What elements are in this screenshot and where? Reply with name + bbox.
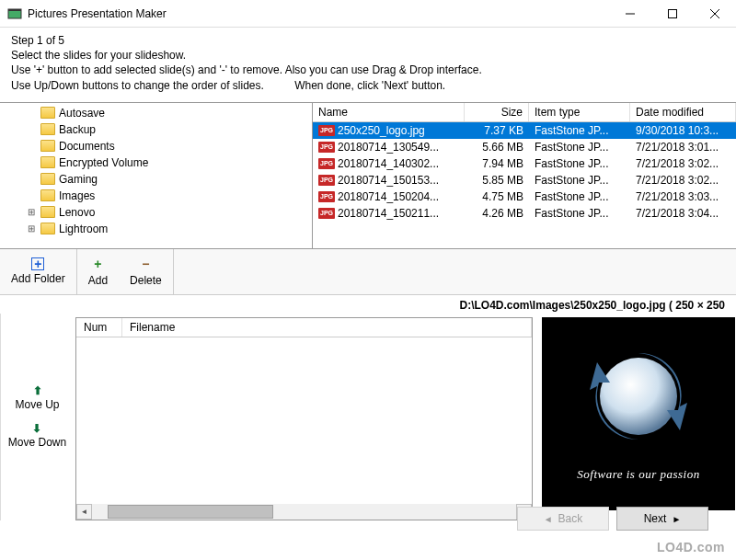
svg-rect-3 bbox=[669, 9, 677, 17]
plus-icon: + bbox=[94, 256, 101, 272]
add-button[interactable]: + Add bbox=[77, 249, 119, 294]
move-up-button[interactable]: ⬆ Move Up bbox=[15, 384, 59, 411]
file-date: 7/21/2018 3:04... bbox=[630, 207, 736, 220]
file-name: 20180714_150211... bbox=[338, 207, 439, 220]
file-type: FastStone JP... bbox=[529, 190, 630, 203]
expand-icon[interactable]: ⊞ bbox=[26, 223, 37, 234]
jpg-icon: JPG bbox=[318, 208, 335, 219]
file-size: 7.94 MB bbox=[465, 157, 529, 170]
tree-item[interactable]: Encrypted Volume bbox=[0, 154, 312, 171]
arrow-right-icon: ► bbox=[672, 514, 681, 524]
instruction-line: Use '+' button to add selected slide(s) … bbox=[11, 63, 725, 77]
folder-icon bbox=[40, 107, 55, 119]
preview-pane: Software is our passion bbox=[538, 314, 736, 520]
arrow-left-icon: ◄ bbox=[544, 514, 553, 524]
file-type: FastStone JP... bbox=[529, 174, 630, 187]
file-date: 7/21/2018 3:02... bbox=[630, 174, 736, 187]
svg-rect-1 bbox=[8, 9, 21, 11]
file-row[interactable]: JPG20180714_130549...5.66 MBFastStone JP… bbox=[313, 139, 736, 155]
add-folder-button[interactable]: + Add Folder bbox=[0, 249, 76, 294]
file-list[interactable]: Name Size Item type Date modified JPG250… bbox=[313, 103, 736, 248]
preview-tagline: Software is our passion bbox=[577, 467, 699, 482]
maximize-button[interactable] bbox=[651, 0, 694, 28]
delete-button[interactable]: − Delete bbox=[119, 249, 173, 294]
jpg-icon: JPG bbox=[318, 175, 335, 186]
folder-icon bbox=[40, 206, 55, 218]
scroll-thumb[interactable] bbox=[108, 505, 273, 519]
file-type: FastStone JP... bbox=[529, 141, 630, 154]
tree-item-label: Lenovo bbox=[59, 206, 95, 219]
tree-item-label: Autosave bbox=[59, 107, 105, 120]
tree-item-label: Backup bbox=[59, 123, 96, 136]
reorder-controls: ⬆ Move Up ⬇ Move Down bbox=[0, 314, 74, 520]
file-row[interactable]: JPG20180714_140302...7.94 MBFastStone JP… bbox=[313, 155, 736, 172]
tree-item[interactable]: Backup bbox=[0, 121, 312, 138]
add-folder-icon: + bbox=[31, 257, 44, 270]
file-name: 20180714_130549... bbox=[338, 141, 439, 154]
file-path: D:\LO4D.com\Images\250x250_logo.jpg ( 25… bbox=[0, 295, 736, 314]
svg-point-6 bbox=[600, 358, 677, 435]
file-name: 250x250_logo.jpg bbox=[338, 124, 425, 137]
file-date: 7/21/2018 3:03... bbox=[630, 190, 736, 203]
file-row[interactable]: JPG20180714_150211...4.26 MBFastStone JP… bbox=[313, 205, 736, 222]
preview-image: Software is our passion bbox=[542, 317, 735, 510]
col-size[interactable]: Size bbox=[465, 103, 529, 121]
file-size: 4.75 MB bbox=[465, 190, 529, 203]
close-button[interactable] bbox=[694, 0, 736, 28]
next-button[interactable]: Next ► bbox=[616, 507, 708, 531]
tree-item[interactable]: Autosave bbox=[0, 105, 312, 121]
arrow-up-icon: ⬆ bbox=[33, 384, 42, 397]
col-date[interactable]: Date modified bbox=[630, 103, 736, 121]
minus-icon: − bbox=[142, 256, 149, 272]
instruction-line: Select the slides for your slideshow. bbox=[11, 48, 725, 63]
arrow-down-icon: ⬇ bbox=[32, 422, 41, 435]
tree-item[interactable]: Documents bbox=[0, 138, 312, 154]
watermark: LO4D.com bbox=[657, 540, 725, 554]
tree-item[interactable]: Images bbox=[0, 188, 312, 204]
instructions: Step 1 of 5 Select the slides for your s… bbox=[0, 28, 736, 102]
col-name[interactable]: Name bbox=[313, 103, 465, 121]
tree-item-label: Documents bbox=[59, 140, 115, 153]
tree-item[interactable]: Gaming bbox=[0, 171, 312, 188]
file-date: 7/21/2018 3:02... bbox=[630, 157, 736, 170]
tree-item-label: Encrypted Volume bbox=[59, 156, 148, 169]
expand-icon[interactable]: ⊞ bbox=[26, 207, 37, 217]
file-size: 5.85 MB bbox=[465, 174, 529, 187]
file-size: 7.37 KB bbox=[465, 124, 529, 137]
file-type: FastStone JP... bbox=[529, 207, 630, 220]
window-title: Pictures Presentation Maker bbox=[28, 7, 609, 20]
file-row[interactable]: JPG20180714_150153...5.85 MBFastStone JP… bbox=[313, 172, 736, 189]
file-size: 5.66 MB bbox=[465, 141, 529, 154]
toolbar: + Add Folder + Add − Delete bbox=[0, 249, 736, 295]
tree-item-label: Gaming bbox=[59, 173, 98, 186]
logo-icon bbox=[588, 346, 689, 447]
scroll-left-icon[interactable]: ◄ bbox=[76, 504, 92, 520]
folder-icon bbox=[40, 173, 55, 185]
col-type[interactable]: Item type bbox=[529, 103, 630, 121]
tree-item-label: Lightroom bbox=[59, 223, 108, 235]
horizontal-scrollbar[interactable]: ◄ ► bbox=[76, 504, 532, 520]
folder-icon bbox=[40, 123, 55, 135]
slide-list-body[interactable] bbox=[76, 337, 532, 504]
jpg-icon: JPG bbox=[318, 191, 335, 202]
col-filename[interactable]: Filename bbox=[122, 318, 532, 337]
file-row[interactable]: JPG250x250_logo.jpg7.37 KBFastStone JP..… bbox=[313, 122, 736, 139]
folder-icon bbox=[40, 223, 55, 234]
file-date: 7/21/2018 3:01... bbox=[630, 141, 736, 154]
app-icon bbox=[7, 6, 22, 21]
file-type: FastStone JP... bbox=[529, 124, 630, 137]
tree-item[interactable]: ⊞Lenovo bbox=[0, 204, 312, 221]
file-date: 9/30/2018 10:3... bbox=[630, 124, 736, 137]
jpg-icon: JPG bbox=[318, 158, 335, 169]
folder-icon bbox=[40, 189, 55, 201]
move-down-button[interactable]: ⬇ Move Down bbox=[8, 422, 66, 449]
titlebar: Pictures Presentation Maker bbox=[0, 0, 736, 28]
tree-item[interactable]: ⊞Lightroom bbox=[0, 221, 312, 237]
step-label: Step 1 of 5 bbox=[11, 33, 725, 48]
file-name: 20180714_150153... bbox=[338, 174, 439, 187]
minimize-button[interactable] bbox=[609, 0, 651, 28]
slide-list[interactable]: Num Filename ◄ ► bbox=[75, 317, 533, 520]
file-row[interactable]: JPG20180714_150204...4.75 MBFastStone JP… bbox=[313, 189, 736, 205]
folder-tree[interactable]: AutosaveBackupDocumentsEncrypted VolumeG… bbox=[0, 103, 313, 248]
col-num[interactable]: Num bbox=[76, 318, 122, 337]
